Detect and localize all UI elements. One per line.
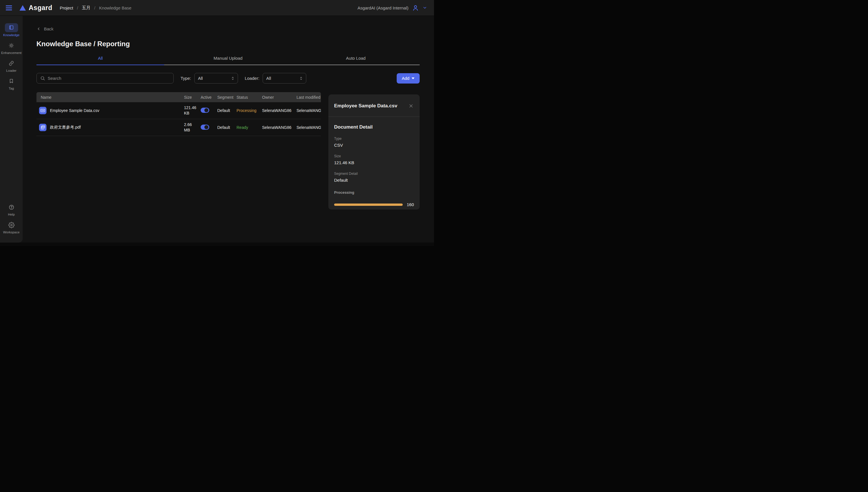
loader-select[interactable]: All [263,73,306,83]
tab-auto-load[interactable]: Auto Load [292,56,420,65]
column-header-owner: Owner [262,95,297,100]
column-header-name: Name [36,95,184,100]
document-segment: Default [217,125,237,130]
main-content: Back Knowledge Base / Reporting All Manu… [23,16,434,246]
gear-icon [5,220,18,229]
csv-file-icon: CSV [39,107,47,114]
field-label-size: Size [334,154,414,158]
brand-name: Asgard [29,4,52,12]
breadcrumb-separator: / [94,5,95,10]
sun-icon [5,41,18,50]
svg-text:PDF: PDF [42,126,45,128]
sidebar-item-loader[interactable]: Loader [0,59,23,72]
column-header-size: Size [184,95,201,100]
panel-header: Employee Sample Data.csv [328,94,420,117]
column-header-last-modified-by: Last modified by [297,95,321,100]
breadcrumb-separator: / [77,5,78,10]
table-header: Name Size Active Segment Status Owner La… [36,92,321,102]
sidebar-item-label: Workspace [3,230,20,234]
progress-row: 160 [334,202,414,207]
sidebar-item-workspace[interactable]: Workspace [0,220,23,234]
active-toggle[interactable] [201,125,209,130]
document-last-modified-by: SelenaWANG86 [297,108,321,113]
user-icon[interactable] [412,4,419,11]
panel-body: Document Detail Type CSV Size 121.46 KB … [328,117,420,207]
breadcrumb-month[interactable]: 五月 [82,5,91,10]
document-name[interactable]: 政府文書參考.pdf [50,125,81,130]
panel-section-title: Document Detail [334,124,414,130]
progress-value: 160 [407,202,414,207]
type-select[interactable]: All [194,73,238,83]
chevron-left-icon [36,27,41,31]
logo-triangle-icon [20,5,26,10]
page-title: Knowledge Base / Reporting [36,40,420,48]
sidebar-item-tag[interactable]: Tag [0,77,23,90]
active-toggle[interactable] [201,108,209,113]
add-button[interactable]: Add [397,73,420,83]
app-window: Asgard Project / 五月 / Knowledge Base Asg… [0,0,434,246]
documents-table: Name Size Active Segment Status Owner La… [36,92,321,136]
close-icon[interactable] [408,103,414,109]
document-last-modified-by: SelenaWANG86 [297,125,321,130]
type-filter-label: Type: [180,76,191,81]
caret-down-icon [412,77,415,79]
column-header-segment: Segment [217,95,237,100]
field-value-size: 121.46 KB [334,160,414,165]
sidebar-item-label: Knowledge [3,33,20,37]
sidebar-item-label: Tag [8,87,14,90]
sidebar-item-label: Loader [6,69,17,72]
add-button-label: Add [402,76,410,81]
sidebar: Knowledge Enhancement Loader [0,16,23,243]
field-label-type: Type [334,137,414,141]
account-label: AsgardAI (Asgard Internal) [357,5,408,10]
search-input[interactable] [48,76,170,81]
help-icon [5,203,18,212]
search-icon [40,76,45,81]
top-bar: Asgard Project / 五月 / Knowledge Base Asg… [0,0,434,16]
breadcrumb-knowledge-base: Knowledge Base [99,5,131,10]
document-segment: Default [217,108,237,113]
book-icon [5,23,18,32]
select-arrows-icon [299,76,303,81]
table-row[interactable]: CSV Employee Sample Data.csv 121.46 KB D… [36,102,321,119]
loader-filter-label: Loader: [245,76,259,81]
table-row[interactable]: PDF 政府文書參考.pdf 2.66 MB Default Ready Sel… [36,119,321,136]
column-header-status: Status [237,95,262,100]
type-select-value: All [198,76,203,81]
filter-row: Type: All Loader: All Add [36,73,420,83]
document-owner: SelenaWANG86 [262,125,297,130]
loader-select-value: All [266,76,271,81]
account-area: AsgardAI (Asgard Internal) [357,4,427,11]
sidebar-item-label: Enhancement [1,51,22,54]
search-box[interactable] [36,73,174,83]
select-arrows-icon [231,76,235,81]
breadcrumb-project[interactable]: Project [60,5,73,10]
document-name[interactable]: Employee Sample Data.csv [50,108,99,113]
field-value-segment-detail: Default [334,178,414,182]
status-badge: Ready [237,125,262,130]
breadcrumb: Project / 五月 / Knowledge Base [60,5,131,10]
link-icon [5,59,18,68]
pdf-file-icon: PDF [39,124,47,131]
back-button[interactable]: Back [36,26,53,31]
field-label-segment-detail: Segment Detail [334,172,414,176]
processing-label: Processing [334,190,414,195]
menu-icon[interactable] [6,3,14,12]
document-owner: SelenaWANG86 [262,108,297,113]
sidebar-item-enhancement[interactable]: Enhancement [0,41,23,54]
svg-text:CSV: CSV [41,109,45,112]
sidebar-item-help[interactable]: Help [0,203,23,216]
status-badge: Processing [237,108,262,113]
field-value-type: CSV [334,143,414,148]
tab-manual-upload[interactable]: Manual Upload [164,56,292,65]
document-detail-panel: Employee Sample Data.csv Document Detail… [328,94,420,210]
tab-all[interactable]: All [36,56,164,65]
document-size: 2.66 MB [184,122,201,133]
progress-bar [334,203,403,206]
panel-title: Employee Sample Data.csv [334,103,397,109]
document-size: 121.46 KB [184,105,201,116]
chevron-down-icon[interactable] [423,5,427,10]
sidebar-item-knowledge[interactable]: Knowledge [0,23,23,37]
column-header-active: Active [201,95,217,100]
bookmark-icon [5,77,18,85]
